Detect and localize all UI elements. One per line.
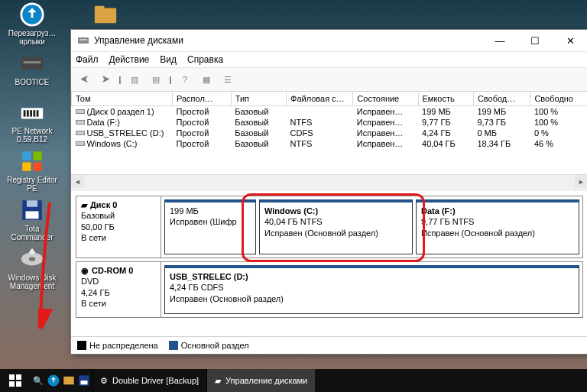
svg-rect-30 xyxy=(76,142,84,145)
cdrom-row[interactable]: ◉CD-ROM 0 DVD 4,24 ГБ В сети USB_STRELEC… xyxy=(76,261,583,318)
svg-rect-9 xyxy=(37,110,39,117)
svg-rect-19 xyxy=(95,8,116,24)
desktop-icon-diskmgmt[interactable]: Windows Disk Management xyxy=(3,246,61,293)
volume-icon xyxy=(76,108,85,115)
svg-rect-7 xyxy=(30,110,32,117)
svg-rect-31 xyxy=(9,374,15,380)
bootice-icon xyxy=(19,50,45,76)
diskmgmt-task-icon: ▰ xyxy=(215,376,221,386)
volume-list: Том Распол… Тип Файловая с… Состояние Ем… xyxy=(71,92,587,191)
toolbar-help[interactable]: ? xyxy=(175,70,195,89)
svg-rect-11 xyxy=(33,151,41,160)
desktop-icons: Перезагруз… ярлыки BOOTICE PE Network 0.… xyxy=(3,2,64,293)
taskbar-item-driver[interactable]: ⚙ Double Driver [Backup] xyxy=(92,369,206,392)
disk-icon: ▰ xyxy=(81,199,87,210)
svg-rect-32 xyxy=(16,374,21,380)
disk-0-row[interactable]: ▰Диск 0 Базовый 50,00 ГБ В сети 199 МБ И… xyxy=(76,196,583,258)
titlebar[interactable]: Управление дисками — ☐ ✕ xyxy=(71,30,587,52)
svg-rect-15 xyxy=(27,200,37,207)
network-icon xyxy=(19,99,45,125)
legend-swatch-primary xyxy=(169,341,178,350)
taskbar-pin-2[interactable] xyxy=(61,369,76,392)
close-button[interactable]: ✕ xyxy=(553,30,587,51)
window-title: Управление дисками xyxy=(94,35,482,46)
svg-rect-12 xyxy=(22,162,31,170)
svg-rect-33 xyxy=(9,381,15,387)
horizontal-scrollbar[interactable]: ◄► xyxy=(71,174,587,188)
col-volume[interactable]: Том xyxy=(72,92,173,106)
folder-icon xyxy=(92,2,118,28)
svg-rect-38 xyxy=(81,381,88,384)
desktop-icon-bootice[interactable]: BOOTICE xyxy=(3,50,61,98)
svg-rect-34 xyxy=(16,381,21,387)
svg-rect-8 xyxy=(33,110,35,117)
svg-rect-26 xyxy=(76,121,84,124)
volume-icon xyxy=(76,140,85,147)
taskbar-item-diskmgmt[interactable]: ▰ Управление дисками xyxy=(206,369,315,392)
svg-rect-28 xyxy=(76,131,84,134)
table-row[interactable]: Data (F:)ПростойБазовыйNTFSИсправен…9,77… xyxy=(72,117,588,128)
col-fs[interactable]: Файловая с… xyxy=(287,92,353,106)
legend-swatch-unalloc xyxy=(77,341,86,350)
col-cap[interactable]: Емкость xyxy=(418,92,473,106)
desktop: Перезагруз… ярлыки BOOTICE PE Network 0.… xyxy=(0,0,587,392)
taskbar-pin-3[interactable] xyxy=(76,369,92,392)
svg-rect-24 xyxy=(76,110,84,113)
col-free[interactable]: Свобод… xyxy=(473,92,530,106)
toolbar-panel-1[interactable]: ▥ xyxy=(125,70,144,89)
table-row[interactable]: (Диск 0 раздел 1)ПростойБазовыйИсправен…… xyxy=(72,106,588,118)
svg-point-18 xyxy=(29,257,36,261)
col-pct[interactable]: Свободно xyxy=(530,92,587,106)
cdrom-icon: ◉ xyxy=(81,265,89,276)
svg-rect-16 xyxy=(26,211,39,219)
menu-file[interactable]: Файл xyxy=(76,54,99,65)
cdrom-header: ◉CD-ROM 0 DVD 4,24 ГБ В сети xyxy=(76,262,161,317)
svg-rect-22 xyxy=(79,39,87,40)
disk0-partition-windows[interactable]: Windows (C:) 40,04 ГБ NTFS Исправен (Осн… xyxy=(259,199,413,254)
desktop-icon-regedit[interactable]: Registry Editor PE xyxy=(3,148,61,196)
toolbar-settings[interactable]: ▦ xyxy=(196,70,216,89)
maximize-button[interactable]: ☐ xyxy=(517,30,553,51)
graphical-view: ▰Диск 0 Базовый 50,00 ГБ В сети 199 МБ И… xyxy=(71,191,587,336)
refresh-icon xyxy=(19,2,45,28)
driver-icon: ⚙ xyxy=(100,376,108,386)
table-row[interactable]: USB_STRELEC (D:)ПростойБазовыйCDFSИсправ… xyxy=(72,128,588,138)
floppy-icon xyxy=(19,197,45,223)
taskbar: 🔍 ⚙ Double Driver [Backup] ▰ Управление … xyxy=(0,369,587,392)
start-button[interactable] xyxy=(0,369,31,392)
desktop-icon-reboot[interactable]: Перезагруз… ярлыки xyxy=(3,2,61,49)
svg-rect-6 xyxy=(27,110,29,117)
toolbar-list[interactable]: ☰ xyxy=(218,70,238,89)
menu-view[interactable]: Вид xyxy=(160,54,177,65)
col-type[interactable]: Тип xyxy=(231,92,286,106)
disk-0-header: ▰Диск 0 Базовый 50,00 ГБ В сети xyxy=(76,196,161,258)
col-status[interactable]: Состояние xyxy=(353,92,418,106)
svg-rect-36 xyxy=(63,377,74,385)
table-header-row: Том Распол… Тип Файловая с… Состояние Ем… xyxy=(72,92,588,106)
toolbar: ⮜ ⮞ | ▥ ▤ | ? ▦ ☰ xyxy=(71,68,587,92)
disk0-partition-data[interactable]: Data (F:) 9,77 ГБ NTFS Исправен (Основно… xyxy=(416,199,579,254)
col-layout[interactable]: Распол… xyxy=(173,92,232,106)
toolbar-back[interactable]: ⮜ xyxy=(74,70,94,89)
desktop-icon-penetwork[interactable]: PE Network 0.59.B12 xyxy=(3,99,61,147)
toolbar-panel-2[interactable]: ▤ xyxy=(146,70,166,89)
menu-help[interactable]: Справка xyxy=(187,54,223,65)
toolbar-fwd[interactable]: ⮞ xyxy=(96,70,115,89)
svg-rect-13 xyxy=(33,162,41,170)
svg-rect-5 xyxy=(24,110,26,117)
app-icon xyxy=(77,34,89,47)
disk0-partition-1[interactable]: 199 МБ Исправен (Шифр xyxy=(164,199,256,254)
taskbar-pin-1[interactable] xyxy=(46,369,61,392)
svg-rect-20 xyxy=(95,6,105,11)
volumes-table: Том Распол… Тип Файловая с… Состояние Ем… xyxy=(71,92,587,149)
menu-action[interactable]: Действие xyxy=(109,54,150,65)
minimize-button[interactable]: — xyxy=(482,30,517,51)
table-row[interactable]: Windows (C:)ПростойБазовыйNTFSИсправен…4… xyxy=(72,138,588,149)
menubar: Файл Действие Вид Справка xyxy=(71,52,587,68)
taskbar-search-icon[interactable]: 🔍 xyxy=(31,369,46,392)
diskmgmt-window: Управление дисками — ☐ ✕ Файл Действие В… xyxy=(70,29,587,355)
content: Том Распол… Тип Файловая с… Состояние Ем… xyxy=(71,92,587,354)
cdrom-partition[interactable]: USB_STRELEC (D:) 4,24 ГБ CDFS Исправен (… xyxy=(164,265,579,314)
svg-rect-10 xyxy=(22,151,31,160)
desktop-icon-totalcmd[interactable]: Tota Commander xyxy=(3,197,61,245)
